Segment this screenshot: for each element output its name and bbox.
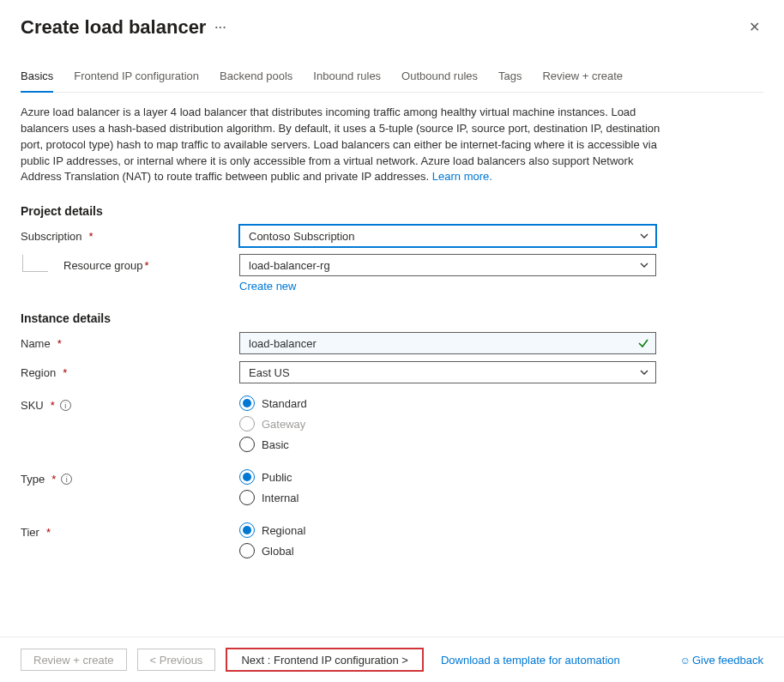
tab-outbound-rules[interactable]: Outbound rules [401,69,478,93]
radio-selected-icon [239,522,255,538]
name-label: Name* [21,332,239,350]
subscription-label: Subscription* [21,225,239,243]
region-dropdown[interactable] [239,361,656,383]
sku-radio-gateway: Gateway [239,416,656,432]
resource-group-dropdown[interactable] [239,254,656,276]
type-label: Type* i [21,468,239,486]
tabs: Basics Frontend IP configuration Backend… [21,69,763,93]
region-label: Region* [21,361,239,379]
name-input[interactable] [239,332,656,354]
section-project-details: Project details [21,204,763,218]
tab-frontend-ip[interactable]: Frontend IP configuration [74,69,199,93]
tab-review-create[interactable]: Review + create [542,69,623,93]
learn-more-link[interactable]: Learn more. [432,170,492,183]
radio-selected-icon [239,395,255,411]
radio-unselected-icon [239,437,255,452]
sku-radio-basic[interactable]: Basic [239,437,656,452]
tier-radio-global[interactable]: Global [239,543,656,558]
hierarchy-bracket-icon [22,255,48,272]
radio-selected-icon [239,469,255,485]
intro-text: Azure load balancer is a layer 4 load ba… [21,105,672,185]
type-radio-public[interactable]: Public [239,469,656,485]
tab-basics[interactable]: Basics [21,69,53,93]
close-icon[interactable]: ✕ [745,15,763,39]
intro-body: Azure load balancer is a layer 4 load ba… [21,106,660,183]
more-actions-icon[interactable]: ··· [214,21,226,33]
info-icon[interactable]: i [61,474,72,485]
sku-radio-standard[interactable]: Standard [239,395,656,411]
tier-label: Tier* [21,521,239,539]
tier-radio-regional[interactable]: Regional [239,522,656,538]
sku-label: SKU* i [21,394,239,412]
type-radio-internal[interactable]: Internal [239,490,656,505]
tab-backend-pools[interactable]: Backend pools [220,69,292,93]
radio-disabled-icon [239,416,255,432]
radio-unselected-icon [239,543,255,558]
tab-tags[interactable]: Tags [498,69,522,93]
radio-unselected-icon [239,490,255,505]
section-instance-details: Instance details [21,311,763,325]
subscription-dropdown[interactable] [239,225,656,247]
resource-group-label: Resource group* [63,259,149,272]
valid-check-icon [637,337,649,349]
page-title: Create load balancer [21,16,206,39]
tab-inbound-rules[interactable]: Inbound rules [313,69,381,93]
create-new-rg-link[interactable]: Create new [239,280,296,293]
info-icon[interactable]: i [60,400,71,411]
